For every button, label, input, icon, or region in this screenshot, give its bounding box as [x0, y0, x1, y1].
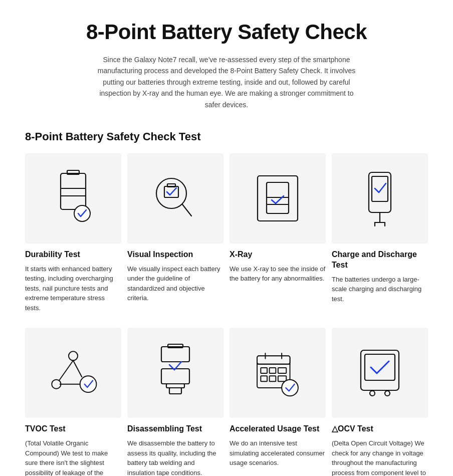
svg-rect-31 — [257, 356, 290, 364]
tvoc-icon-card — [25, 328, 121, 418]
tvoc-info: TVOC Test (Total Volatile Organic Compou… — [25, 424, 121, 476]
visual-icon-card — [127, 153, 223, 244]
charge-info: Charge and Discharge Test The batteries … — [332, 250, 428, 313]
tvoc-title: TVOC Test — [25, 424, 121, 434]
disassemble-icon — [150, 343, 200, 403]
tvoc-icon — [48, 343, 98, 403]
svg-point-41 — [282, 380, 298, 396]
icon-grid-row2 — [25, 328, 428, 418]
svg-rect-7 — [167, 184, 175, 187]
accelerated-icon — [253, 343, 303, 403]
visual-title: Visual Inspection — [127, 250, 223, 260]
svg-point-45 — [385, 391, 390, 396]
svg-point-44 — [370, 391, 375, 396]
disassemble-desc: We disassemble the battery to assess its… — [127, 438, 223, 476]
tvoc-desc: (Total Volatile Organic Compound) We tes… — [25, 438, 121, 476]
intro-text: Since the Galaxy Note7 recall, we've re-… — [96, 54, 357, 110]
svg-point-4 — [74, 205, 90, 221]
svg-rect-37 — [278, 368, 286, 373]
svg-rect-35 — [261, 368, 267, 373]
charge-title: Charge and Discharge Test — [332, 250, 428, 271]
svg-rect-43 — [365, 354, 395, 380]
icon-grid-row1 — [25, 153, 428, 244]
section-title: 8-Point Battery Safety Check Test — [25, 130, 428, 143]
svg-rect-26 — [168, 344, 183, 348]
durability-desc: It starts with enhanced battery testing,… — [25, 264, 121, 313]
accelerated-title: Accelerated Usage Test — [230, 424, 326, 434]
xray-title: X-Ray — [230, 250, 326, 260]
svg-rect-0 — [61, 173, 86, 209]
svg-rect-28 — [166, 384, 184, 388]
durability-title: Durability Test — [25, 250, 121, 260]
accelerated-icon-card — [230, 328, 326, 418]
charge-icon — [355, 168, 405, 228]
svg-rect-25 — [161, 347, 189, 362]
charge-icon-card — [332, 153, 428, 244]
info-grid-row2: TVOC Test (Total Volatile Organic Compou… — [25, 424, 428, 476]
svg-rect-29 — [169, 388, 181, 394]
svg-line-23 — [73, 361, 82, 377]
accelerated-desc: We do an intensive test simulating accel… — [230, 438, 326, 468]
xray-icon-card — [230, 153, 326, 244]
ocv-title: △OCV Test — [332, 424, 428, 434]
ocv-desc: (Delta Open Circuit Voltage) We check fo… — [332, 438, 428, 476]
svg-point-19 — [69, 352, 78, 361]
svg-rect-39 — [270, 376, 276, 382]
disassemble-info: Disassembling Test We disassemble the ba… — [127, 424, 223, 476]
visual-desc: We visually inspect each battery under t… — [127, 264, 223, 303]
xray-icon — [253, 168, 303, 228]
svg-line-8 — [182, 204, 191, 216]
charge-desc: The batteries undergo a large-scale char… — [332, 275, 428, 304]
visual-info: Visual Inspection We visually inspect ea… — [127, 250, 223, 313]
xray-info: X-Ray We use X-ray to see the inside of … — [230, 250, 326, 313]
accelerated-info: Accelerated Usage Test We do an intensiv… — [230, 424, 326, 476]
ocv-icon — [355, 343, 405, 403]
svg-line-22 — [59, 361, 73, 381]
svg-rect-14 — [372, 176, 388, 201]
ocv-icon-card — [332, 328, 428, 418]
info-grid-row1: Durability Test It starts with enhanced … — [25, 250, 428, 313]
durability-info: Durability Test It starts with enhanced … — [25, 250, 121, 313]
svg-rect-38 — [261, 376, 267, 382]
svg-rect-27 — [161, 369, 189, 384]
durability-icon-card — [25, 153, 121, 244]
durability-icon — [48, 168, 98, 228]
ocv-info: △OCV Test (Delta Open Circuit Voltage) W… — [332, 424, 428, 476]
svg-rect-36 — [270, 368, 276, 373]
xray-desc: We use X-ray to see the inside of the ba… — [230, 264, 326, 284]
disassemble-title: Disassembling Test — [127, 424, 223, 434]
svg-point-21 — [80, 376, 97, 393]
disassemble-icon-card — [127, 328, 223, 418]
page-title: 8-Point Battery Safety Check — [25, 20, 428, 44]
visual-icon — [150, 168, 200, 228]
